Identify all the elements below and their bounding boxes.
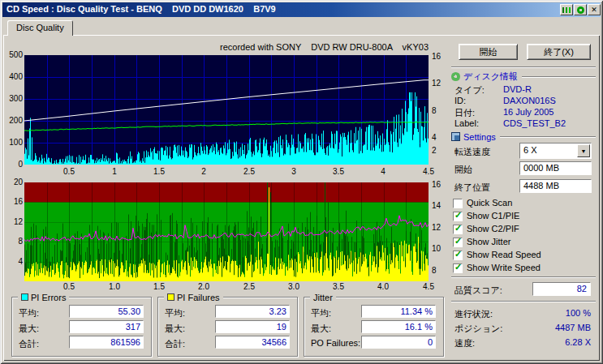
checkbox-box: ✓ bbox=[453, 238, 463, 247]
x-tick: 2 bbox=[192, 167, 215, 176]
separator bbox=[451, 301, 596, 302]
disc-type-label: タイプ: bbox=[454, 84, 485, 96]
cd-speed-window: CD Speed : Disc Quality Test - BENQ DVD … bbox=[0, 0, 603, 364]
tab-disc-quality[interactable]: Disc Quality bbox=[7, 20, 73, 36]
x-tick: 3.5 bbox=[327, 167, 350, 176]
y-tick: 4 bbox=[2, 257, 23, 266]
check-icon: ✓ bbox=[454, 249, 462, 259]
groupbox-title-label: PI Failures bbox=[177, 293, 220, 302]
y-tick-right: 2 bbox=[432, 146, 437, 155]
titlebar[interactable]: CD Speed : Disc Quality Test - BENQ DVD … bbox=[2, 2, 601, 17]
end-position-field[interactable]: 4488 MB bbox=[519, 179, 592, 193]
dropdown-button[interactable]: ▼ bbox=[577, 144, 590, 157]
checkbox-show-c1-pie[interactable]: ✓Show C1/PIE bbox=[453, 210, 519, 221]
x-tick: 1 bbox=[103, 167, 126, 176]
disc-label-value: CDS_TEST_B2 bbox=[503, 118, 566, 128]
x-tick: 3.0 bbox=[282, 282, 305, 291]
check-icon: ✓ bbox=[454, 210, 462, 221]
checkbox-label: Show C2/PIF bbox=[467, 224, 519, 233]
y-tick: 200 bbox=[2, 116, 23, 125]
checkbox-show-read-speed[interactable]: ✓Show Read Speed bbox=[453, 249, 541, 260]
y-tick: 20 bbox=[2, 178, 23, 186]
disc-info-icon bbox=[451, 72, 460, 81]
quality-score-label: 品質スコア: bbox=[454, 285, 502, 297]
x-tick: 4 bbox=[372, 167, 394, 176]
checkbox-show-jitter[interactable]: ✓Show Jitter bbox=[453, 236, 510, 247]
speed-label: 転送速度 bbox=[454, 146, 490, 158]
separator bbox=[451, 276, 596, 278]
disc-id-label: ID: bbox=[454, 96, 466, 105]
pi-failures-chart bbox=[24, 182, 429, 281]
checkbox-show-write-speed[interactable]: ✓Show Write Speed bbox=[453, 262, 541, 273]
y-tick-right: 8 bbox=[432, 106, 437, 115]
stat-value: 861596 bbox=[69, 336, 144, 349]
stat-label: 最大: bbox=[311, 323, 331, 335]
disc-info-header: ディスク情報 bbox=[451, 71, 596, 82]
disc-type-value: DVD-R bbox=[503, 84, 532, 94]
checkbox-quick-scan[interactable]: Quick Scan bbox=[453, 197, 512, 208]
checkbox-show-c2-pif[interactable]: ✓Show C2/PIF bbox=[453, 223, 519, 234]
separator-line bbox=[500, 136, 596, 138]
chart-glyph bbox=[562, 7, 571, 13]
checkbox-box bbox=[453, 199, 463, 208]
stat-label: 最大: bbox=[165, 323, 185, 335]
x-tick: 0.5 bbox=[58, 282, 80, 291]
x-tick: 3 bbox=[282, 167, 305, 176]
stat-label: 最大: bbox=[19, 323, 39, 335]
groupbox-title-label: Jitter bbox=[313, 293, 333, 302]
start-position-field[interactable]: 0000 MB bbox=[519, 161, 592, 175]
stat-label: 平均: bbox=[311, 307, 331, 319]
y-tick: 0 bbox=[2, 160, 23, 169]
checkbox-box: ✓ bbox=[453, 251, 463, 260]
checkbox-box: ✓ bbox=[453, 225, 463, 234]
section-title: Settings bbox=[463, 132, 496, 142]
close-icon[interactable]: ✕ bbox=[588, 4, 601, 15]
y-tick-right: 12 bbox=[432, 223, 441, 232]
stat-label: 平均: bbox=[165, 307, 185, 319]
settings-header: Settings bbox=[451, 131, 596, 142]
stat-value: 0 bbox=[361, 336, 436, 349]
x-tick: 3.5 bbox=[327, 282, 350, 291]
pi-failures-stats-box: PI Failures 平均: 3.23 最大: 19 合計: 34566 bbox=[157, 297, 298, 357]
window-title: CD Speed : Disc Quality Test - BENQ DVD … bbox=[6, 4, 276, 14]
stat-label: 合計: bbox=[165, 338, 185, 350]
chart-icon[interactable] bbox=[560, 4, 573, 15]
disc-glyph bbox=[577, 6, 584, 14]
groupbox-title-label: PI Errors bbox=[31, 293, 66, 302]
y-tick: 100 bbox=[2, 138, 23, 147]
y-tick-right: 16 bbox=[432, 180, 441, 189]
disc-label-label: Label: bbox=[454, 118, 479, 128]
current-speed-label: 速度: bbox=[454, 337, 475, 349]
y-tick: 12 bbox=[2, 217, 23, 226]
exit-button[interactable]: 終了(X) bbox=[527, 44, 591, 60]
disc-icon[interactable] bbox=[574, 4, 587, 15]
jitter-stats-box: Jitter 平均: 11.34 % 最大: 16.1 % PO Failure… bbox=[304, 297, 444, 357]
stat-label: 合計: bbox=[19, 338, 39, 350]
progress-value: 100 % bbox=[487, 308, 591, 318]
recorded-with-header: recorded with SONY DVD RW DRU-800A vKY03 bbox=[24, 42, 429, 52]
checkbox-box: ✓ bbox=[453, 212, 463, 221]
separator-line bbox=[522, 76, 596, 78]
x-tick: 1.5 bbox=[148, 282, 170, 291]
y-tick-right: 16 bbox=[432, 52, 441, 61]
pi-failures-color-swatch bbox=[167, 293, 174, 301]
speed-select[interactable]: 6 X ▼ bbox=[519, 143, 592, 159]
stat-value: 34566 bbox=[215, 336, 290, 349]
start-button[interactable]: 開始 bbox=[459, 44, 518, 60]
x-tick: 4.5 bbox=[417, 282, 440, 291]
y-tick-right: 12 bbox=[432, 79, 441, 88]
stat-label: PO Failures: bbox=[311, 338, 360, 348]
stat-value: 19 bbox=[215, 320, 290, 333]
pi-errors-chart bbox=[24, 55, 429, 165]
y-tick: 400 bbox=[2, 72, 23, 81]
groupbox-title: Jitter bbox=[310, 292, 336, 302]
end-position-label: 終了位置 bbox=[454, 182, 490, 194]
stat-value: 55.30 bbox=[69, 305, 144, 318]
y-tick-right: 10 bbox=[432, 244, 441, 253]
x-tick: 1.5 bbox=[148, 167, 170, 176]
x-tick: 0.5 bbox=[58, 167, 80, 176]
x-tick: 2.0 bbox=[192, 282, 215, 291]
checkbox-label: Show Write Speed bbox=[467, 263, 541, 272]
check-icon: ✓ bbox=[454, 262, 462, 272]
quality-score-value: 82 bbox=[532, 282, 591, 296]
